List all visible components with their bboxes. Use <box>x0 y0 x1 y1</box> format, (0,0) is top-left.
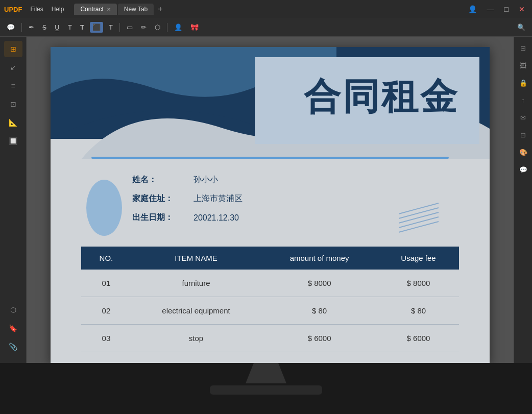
row2-no: 02 <box>81 297 131 325</box>
sidebar-page-icon[interactable]: ↙ <box>4 59 22 76</box>
user-icon[interactable]: 👤 <box>465 4 480 14</box>
right-share-icon[interactable]: ↑ <box>516 93 530 107</box>
col-item: ITEM NAME <box>131 247 261 270</box>
divider-3 <box>167 23 167 32</box>
row2-item: electrical equipment <box>131 297 261 325</box>
address-label: 家庭住址： <box>132 193 194 204</box>
name-value: 孙小小 <box>194 175 218 185</box>
menu-files[interactable]: Files <box>30 6 43 13</box>
shape-icon[interactable]: ▭ <box>124 22 135 33</box>
maximize-button[interactable]: □ <box>501 4 512 14</box>
window-controls: 👤 — □ ✕ <box>465 4 528 14</box>
right-lock-icon[interactable]: 🔒 <box>516 76 530 90</box>
signature-icon[interactable]: 👤 <box>172 22 185 33</box>
stand-assembly <box>189 363 343 395</box>
tab-bar: Contract ✕ New Tab + <box>74 4 165 15</box>
right-thumbnail-icon[interactable]: ⊞ <box>516 41 530 55</box>
tab-close-icon[interactable]: ✕ <box>107 7 111 12</box>
sidebar-right: ⊞ 🖼 🔒 ↑ ✉ ⊡ 🎨 💬 <box>514 37 532 363</box>
sidebar-list-icon[interactable]: ≡ <box>4 78 22 94</box>
row1-amount: $ 8000 <box>261 270 378 297</box>
text-icon[interactable]: T <box>65 22 75 33</box>
sidebar-attach-icon[interactable]: 📎 <box>4 338 22 355</box>
address-value: 上海市黄浦区 <box>194 193 243 204</box>
menu-help[interactable]: Help <box>52 6 64 13</box>
app-logo: UPDF <box>4 6 22 13</box>
col-fee: Usage fee <box>378 247 459 270</box>
menu-bar: Files Help <box>30 6 64 13</box>
right-color-icon[interactable]: 🎨 <box>516 145 530 159</box>
pdf-document: 合同租金 姓名： 孙小小 家庭住址： 上海市黄浦区 <box>51 47 490 363</box>
row3-fee: $ 6000 <box>378 325 459 352</box>
sidebar-form-icon[interactable]: 🔲 <box>4 133 22 149</box>
underline-icon[interactable]: U̲ <box>52 22 62 33</box>
titlebar: UPDF Files Help Contract ✕ New Tab + 👤 —… <box>0 0 532 18</box>
toolbar: 💬 ✒ S̶ U̲ T T ⬛ T ▭ ✏ ⬡ 👤 🎀 🔍 <box>0 18 532 37</box>
stamp-icon[interactable]: ⬡ <box>152 22 163 33</box>
comment-icon[interactable]: 💬 <box>4 22 17 33</box>
dob-label: 出生日期： <box>132 212 194 223</box>
sidebar-home-icon[interactable]: ⊞ <box>4 41 22 57</box>
name-label: 姓名： <box>132 175 194 185</box>
row3-no: 03 <box>81 325 131 352</box>
doc-title: 合同租金 <box>304 72 459 121</box>
row3-amount: $ 6000 <box>261 325 378 352</box>
right-grid-icon[interactable]: ⊡ <box>516 128 530 142</box>
highlight-box-icon[interactable]: ⬛ <box>90 22 103 33</box>
col-amount: amount of money <box>261 247 378 270</box>
row1-fee: $ 8000 <box>378 270 459 297</box>
right-image-icon[interactable]: 🖼 <box>516 58 530 72</box>
new-tab-button[interactable]: + <box>155 5 165 14</box>
svg-rect-3 <box>91 157 449 159</box>
sidebar-bookmark-icon[interactable]: ⊡ <box>4 96 22 112</box>
table-header-row: NO. ITEM NAME amount of money Usage fee <box>81 247 459 270</box>
table-row: 01 furniture $ 8000 $ 8000 <box>81 270 459 297</box>
deco-circle <box>86 180 122 236</box>
deco-lines <box>398 203 444 236</box>
tab-new[interactable]: New Tab <box>118 4 154 15</box>
stand-base <box>210 385 322 395</box>
minimize-button[interactable]: — <box>484 4 497 14</box>
contract-table: NO. ITEM NAME amount of money Usage fee … <box>81 247 459 352</box>
sidebar-left: ⊞ ↙ ≡ ⊡ 📐 🔲 ⬡ 🔖 📎 <box>0 37 27 363</box>
monitor-stand <box>0 363 532 414</box>
doc-header: 合同租金 <box>51 47 490 159</box>
main-area: ⊞ ↙ ≡ ⊡ 📐 🔲 ⬡ 🔖 📎 <box>0 37 532 363</box>
row1-item: furniture <box>131 270 261 297</box>
stand-neck <box>246 363 286 383</box>
tab-contract[interactable]: Contract ✕ <box>74 4 116 15</box>
table-row: 03 stop $ 6000 $ 6000 <box>81 325 459 352</box>
pen-icon[interactable]: ✏ <box>138 22 149 33</box>
close-button[interactable]: ✕ <box>516 4 528 14</box>
text-bold-icon[interactable]: T <box>78 22 87 33</box>
sidebar-edit-icon[interactable]: 📐 <box>4 114 22 131</box>
sidebar-ribbon-icon[interactable]: 🔖 <box>4 320 22 336</box>
sidebar-layers-icon[interactable]: ⬡ <box>4 302 22 318</box>
row3-item: stop <box>131 325 261 352</box>
divider-2 <box>119 23 120 32</box>
right-mail-icon[interactable]: ✉ <box>516 110 530 125</box>
dob-value: 20021.12.30 <box>194 213 239 223</box>
divider-1 <box>21 23 22 32</box>
sidebar-bottom: ⬡ 🔖 📎 <box>4 302 22 359</box>
highlight-icon[interactable]: ✒ <box>26 22 37 33</box>
table-row: 02 electrical equipment $ 80 $ 80 <box>81 297 459 325</box>
col-no: NO. <box>81 247 131 270</box>
row2-amount: $ 80 <box>261 297 378 325</box>
document-area[interactable]: 合同租金 姓名： 孙小小 家庭住址： 上海市黄浦区 <box>27 37 514 363</box>
row2-fee: $ 80 <box>378 297 459 325</box>
strikethrough-icon[interactable]: S̶ <box>40 22 49 33</box>
info-name-row: 姓名： 孙小小 <box>132 175 449 185</box>
right-comment-icon[interactable]: 💬 <box>516 162 530 177</box>
row1-no: 01 <box>81 270 131 297</box>
text-color-icon[interactable]: T <box>106 22 115 33</box>
search-icon[interactable]: 🔍 <box>515 22 528 33</box>
sticker-icon[interactable]: 🎀 <box>188 22 201 33</box>
